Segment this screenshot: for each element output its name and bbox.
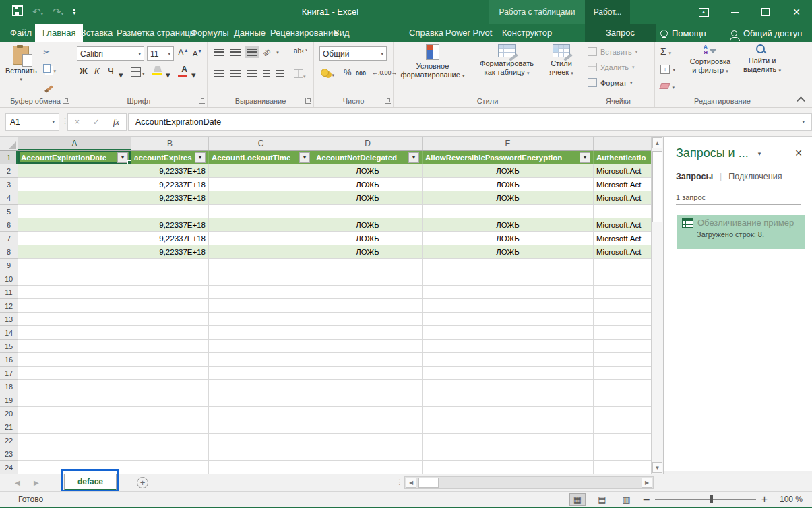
cell[interactable]: ЛОЖЬ — [313, 245, 423, 259]
cell[interactable]: ЛОЖЬ — [423, 245, 594, 259]
align-center-icon[interactable] — [230, 70, 241, 77]
vertical-scroll-thumb[interactable] — [652, 151, 662, 222]
cell[interactable] — [594, 286, 651, 299]
confirm-entry-icon[interactable]: ✓ — [93, 117, 100, 127]
cell[interactable] — [131, 259, 209, 272]
cell[interactable] — [209, 407, 313, 420]
horizontal-scrollbar[interactable]: ◀ ▶ — [404, 476, 654, 489]
column-header-A[interactable]: A — [18, 137, 131, 150]
cell[interactable] — [209, 447, 313, 461]
align-left-icon[interactable] — [214, 70, 224, 77]
cell[interactable] — [423, 420, 594, 434]
row-header-7[interactable]: 7 — [0, 232, 18, 245]
accounting-format-button[interactable]: ▾ — [321, 67, 334, 80]
cell[interactable] — [209, 313, 313, 326]
font-size-select[interactable]: 11▾ — [147, 46, 174, 61]
cell[interactable] — [594, 299, 651, 313]
fill-handle[interactable] — [127, 160, 131, 164]
cell[interactable]: ЛОЖЬ — [313, 191, 423, 205]
cell[interactable] — [423, 313, 594, 326]
bold-button[interactable]: Ж — [80, 66, 88, 76]
row-header-8[interactable]: 8 — [0, 245, 18, 259]
align-top-icon[interactable] — [214, 49, 224, 56]
sheet-tab-deface[interactable]: deface — [64, 474, 117, 490]
cell[interactable] — [313, 272, 423, 286]
cell[interactable] — [594, 461, 651, 474]
cell[interactable] — [18, 340, 131, 353]
cell[interactable] — [313, 259, 423, 272]
format-cells-button[interactable]: Формат▾ — [588, 78, 633, 87]
cell[interactable]: Microsoft.Act — [594, 164, 651, 178]
cell[interactable] — [594, 205, 651, 218]
filter-button[interactable]: ▾ — [299, 152, 310, 163]
row-header-4[interactable]: 4 — [0, 191, 18, 205]
cell[interactable] — [18, 178, 131, 191]
row-header-10[interactable]: 10 — [0, 272, 18, 286]
cell[interactable] — [313, 407, 423, 420]
zoom-slider[interactable] — [655, 499, 756, 500]
cut-button[interactable]: ✂ — [43, 47, 51, 57]
cell[interactable] — [209, 286, 313, 299]
column-header-C[interactable]: C — [209, 137, 313, 150]
cell[interactable]: Microsoft.Act — [594, 178, 651, 191]
delete-cells-button[interactable]: Удалить▾ — [588, 63, 635, 71]
format-as-table-button[interactable]: Форматироватькак таблицу ▾ — [473, 44, 540, 93]
column-header-B[interactable]: B — [131, 137, 209, 150]
new-sheet-icon[interactable]: + — [137, 477, 148, 488]
scroll-up-icon[interactable]: ▲ — [652, 137, 662, 148]
cell[interactable] — [131, 326, 209, 340]
sheet-nav-right-icon[interactable]: ▶ — [34, 479, 39, 486]
align-right-icon[interactable] — [247, 70, 257, 77]
tab-strip-splitter[interactable]: ⋮ — [396, 478, 403, 486]
font-name-select[interactable]: Calibri▾ — [77, 46, 144, 61]
name-box[interactable]: A1▾ — [5, 113, 59, 131]
cell[interactable]: Microsoft.Act — [594, 218, 651, 232]
save-icon[interactable] — [12, 5, 23, 19]
cell[interactable] — [209, 272, 313, 286]
insert-function-icon[interactable]: fx — [113, 117, 119, 127]
cell[interactable]: ЛОЖЬ — [423, 232, 594, 245]
cell[interactable] — [209, 205, 313, 218]
alignment-dialog-launcher[interactable] — [305, 98, 311, 104]
formula-input[interactable]: AccountExpirationDate ▾ — [128, 113, 812, 131]
cell[interactable] — [18, 164, 131, 178]
ribbon-display-options-icon[interactable]: ▴ — [688, 0, 719, 24]
cell[interactable] — [594, 393, 651, 407]
wrap-text-button[interactable]: ab↩ — [294, 47, 307, 55]
row-header-2[interactable]: 2 — [0, 164, 18, 178]
font-color-dropdown[interactable]: ▾ — [191, 70, 196, 80]
cell[interactable] — [423, 461, 594, 474]
minimize-icon[interactable] — [719, 0, 750, 24]
cell[interactable] — [209, 178, 313, 191]
font-dialog-launcher[interactable] — [199, 98, 205, 104]
cell[interactable] — [594, 380, 651, 393]
insert-cells-button[interactable]: Вставить▾ — [588, 47, 637, 56]
cell[interactable] — [131, 434, 209, 447]
cell[interactable] — [594, 326, 651, 340]
tell-me-assistant[interactable]: Помощн — [660, 24, 706, 42]
panel-close-icon[interactable]: ✕ — [794, 148, 803, 158]
cell[interactable] — [313, 340, 423, 353]
cell[interactable]: ЛОЖЬ — [423, 218, 594, 232]
cell[interactable] — [423, 407, 594, 420]
fill-button[interactable]: ↓ ▾ — [660, 62, 675, 74]
grow-font-button[interactable]: A▲ — [178, 47, 189, 57]
table-header-cell[interactable]: AccountNotDelegated▾ — [313, 151, 423, 164]
tab-power-pivot[interactable]: Power Pivot — [438, 24, 499, 42]
cell[interactable] — [209, 353, 313, 367]
cell[interactable] — [313, 393, 423, 407]
borders-button[interactable]: ▾ — [131, 67, 145, 77]
cell[interactable] — [423, 393, 594, 407]
fill-color-dropdown[interactable]: ▾ — [166, 70, 170, 80]
name-box-dropdown[interactable]: ▾ — [52, 119, 55, 125]
cell[interactable] — [209, 434, 313, 447]
close-icon[interactable]: ✕ — [781, 0, 812, 24]
filter-button[interactable]: ▾ — [408, 152, 419, 163]
cell[interactable]: 9,22337E+18 — [131, 245, 209, 259]
underline-dropdown[interactable]: ▾ — [119, 70, 123, 80]
cell[interactable] — [131, 272, 209, 286]
cell[interactable] — [131, 367, 209, 380]
cell[interactable] — [423, 353, 594, 367]
cell[interactable] — [209, 380, 313, 393]
cell[interactable] — [423, 299, 594, 313]
